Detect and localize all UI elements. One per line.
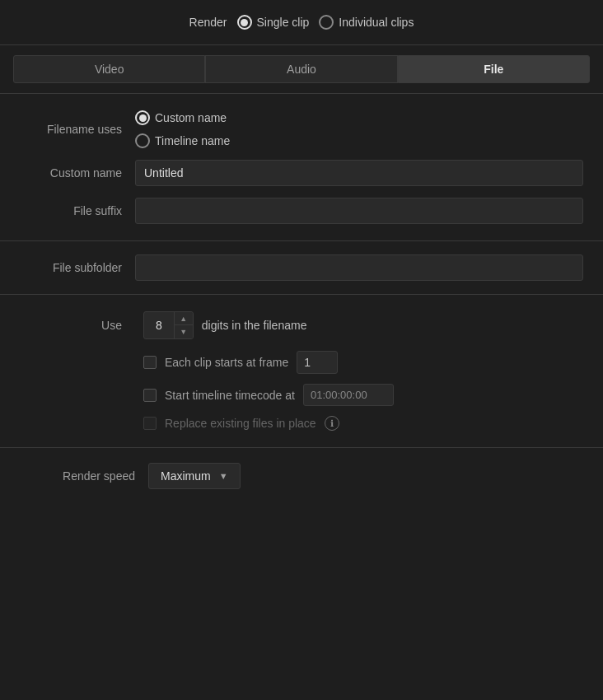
digits-value: 8 — [144, 314, 174, 337]
each-clip-checkbox[interactable] — [143, 356, 157, 369]
individual-clips-option[interactable]: Individual clips — [319, 15, 414, 30]
render-label: Render — [189, 16, 227, 29]
use-label: Use — [20, 319, 135, 332]
digits-spinner[interactable]: 8 ▲ ▼ — [143, 311, 194, 339]
file-subfolder-section: File subfolder — [0, 241, 603, 295]
file-suffix-input[interactable] — [135, 198, 583, 224]
filename-uses-label: Filename uses — [20, 123, 135, 136]
tabs-row: Video Audio File — [0, 45, 603, 94]
single-clip-radio[interactable] — [237, 15, 252, 30]
filename-uses-section: Filename uses Custom name Timeline name … — [0, 94, 603, 241]
timecode-input[interactable] — [303, 384, 394, 406]
single-clip-label: Single clip — [257, 16, 310, 29]
each-clip-label: Each clip starts at frame — [165, 356, 288, 369]
custom-name-option-label: Custom name — [155, 111, 227, 124]
each-clip-row: Each clip starts at frame — [143, 351, 583, 374]
replace-existing-inner: Replace existing files in place ℹ — [143, 416, 339, 431]
frame-input[interactable] — [297, 351, 338, 374]
custom-name-option[interactable]: Custom name — [135, 110, 230, 125]
replace-existing-row: Replace existing files in place ℹ — [143, 416, 583, 431]
digits-section: Use 8 ▲ ▼ digits in the filename Each cl… — [0, 295, 603, 448]
tab-audio[interactable]: Audio — [205, 55, 397, 83]
individual-clips-label: Individual clips — [339, 16, 414, 29]
chevron-down-icon: ▼ — [219, 471, 228, 481]
render-speed-value: Maximum — [161, 469, 211, 483]
filename-uses-row: Filename uses Custom name Timeline name — [20, 110, 583, 148]
replace-existing-checkbox[interactable] — [143, 417, 157, 430]
file-subfolder-row: File subfolder — [20, 254, 583, 281]
custom-name-row: Custom name — [20, 160, 583, 186]
tab-file[interactable]: File — [398, 55, 590, 83]
timeline-name-radio[interactable] — [135, 133, 150, 148]
render-row: Render Single clip Individual clips — [0, 0, 603, 45]
spinner-up[interactable]: ▲ — [175, 312, 193, 325]
timecode-row: Start timeline timecode at — [143, 384, 583, 406]
replace-existing-label: Replace existing files in place — [165, 417, 316, 430]
render-speed-label: Render speed — [20, 469, 135, 483]
timecode-inner: Start timeline timecode at — [143, 384, 394, 406]
filename-uses-options: Custom name Timeline name — [135, 110, 230, 148]
custom-name-radio[interactable] — [135, 110, 150, 125]
individual-clips-radio[interactable] — [319, 15, 334, 30]
file-subfolder-input[interactable] — [135, 254, 583, 281]
custom-name-input[interactable] — [135, 160, 583, 186]
render-speed-dropdown[interactable]: Maximum ▼ — [148, 463, 241, 489]
tab-video[interactable]: Video — [13, 55, 205, 83]
info-icon[interactable]: ℹ — [325, 416, 339, 431]
spinner-down[interactable]: ▼ — [175, 325, 193, 338]
single-clip-option[interactable]: Single clip — [237, 15, 310, 30]
timecode-checkbox[interactable] — [143, 389, 157, 402]
file-suffix-row: File suffix — [20, 198, 583, 224]
digits-row: Use 8 ▲ ▼ digits in the filename — [20, 311, 583, 339]
timeline-name-option[interactable]: Timeline name — [135, 133, 230, 148]
timecode-label: Start timeline timecode at — [165, 389, 295, 402]
render-speed-section: Render speed Maximum ▼ — [0, 448, 603, 504]
file-suffix-label: File suffix — [20, 204, 135, 217]
spinner-arrows: ▲ ▼ — [174, 312, 193, 338]
digits-suffix: digits in the filename — [202, 319, 307, 332]
each-clip-inner: Each clip starts at frame — [143, 351, 338, 374]
custom-name-label: Custom name — [20, 166, 135, 180]
timeline-name-option-label: Timeline name — [155, 134, 230, 147]
file-subfolder-label: File subfolder — [20, 261, 135, 274]
